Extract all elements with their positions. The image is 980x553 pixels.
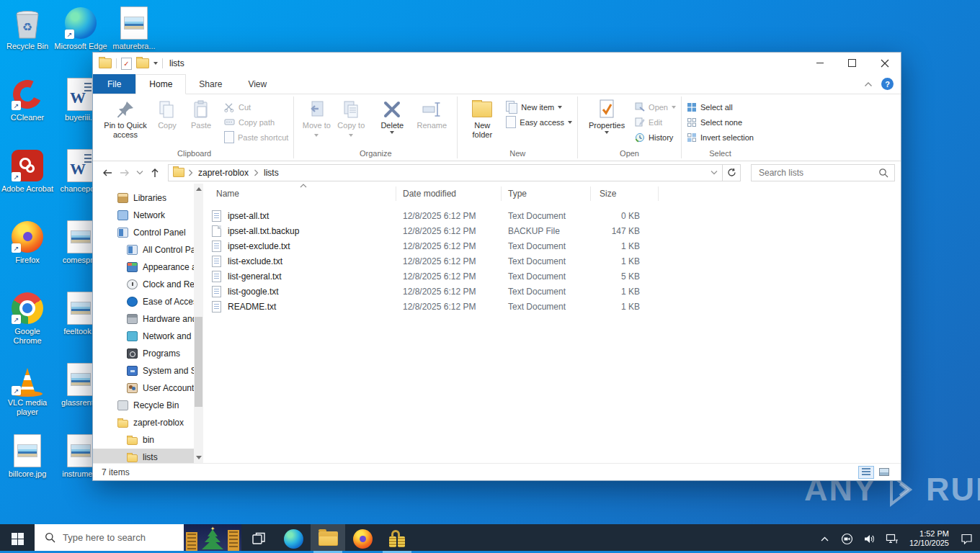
file-row[interactable]: list-google.txt 12/8/2025 6:12 PM Text D… bbox=[203, 284, 901, 299]
breadcrumb-lists[interactable]: lists bbox=[262, 168, 280, 178]
tree-item-zapret-roblox[interactable]: zapret-roblox bbox=[93, 414, 194, 431]
breadcrumb-zapret-roblox[interactable]: zapret-roblox bbox=[197, 168, 250, 178]
tree-item-all-control-panel-items[interactable]: All Control Par bbox=[93, 241, 194, 258]
start-button[interactable] bbox=[0, 524, 35, 553]
address-dropdown-button[interactable] bbox=[706, 165, 722, 181]
action-center-button[interactable] bbox=[958, 530, 974, 547]
tree-item-bin[interactable]: bin bbox=[93, 431, 194, 449]
file-row[interactable]: ipset-all.txt.backup 12/8/2025 6:12 PM B… bbox=[203, 223, 901, 238]
recent-locations-button[interactable] bbox=[133, 164, 146, 181]
properties-button[interactable]: Properties bbox=[583, 96, 631, 149]
title-bar[interactable]: lists bbox=[93, 53, 901, 74]
tree-item-user-accounts[interactable]: User Accounts bbox=[93, 379, 194, 397]
desktop-icon-adobe-acrobat[interactable]: Adobe Acrobat bbox=[1, 148, 54, 194]
scrollbar-thumb[interactable] bbox=[195, 317, 202, 407]
taskbar-lock-app-button[interactable] bbox=[380, 524, 414, 553]
tree-item-system-and-security[interactable]: System and Se bbox=[93, 362, 194, 379]
new-folder-quick-icon[interactable] bbox=[136, 58, 149, 68]
minimize-button[interactable] bbox=[803, 53, 836, 73]
tree-item-clock-and-region[interactable]: Clock and Regi bbox=[93, 276, 194, 293]
scroll-up-icon[interactable] bbox=[196, 187, 202, 191]
new-folder-button[interactable]: New folder bbox=[463, 96, 502, 149]
tree-item-programs[interactable]: Programs bbox=[93, 345, 194, 362]
desktop-icon-ccleaner[interactable]: CCleaner bbox=[1, 77, 54, 122]
select-none-button[interactable]: Select none bbox=[687, 114, 754, 130]
collapse-ribbon-icon[interactable] bbox=[864, 81, 873, 87]
tree-item-libraries[interactable]: Libraries bbox=[93, 189, 194, 207]
file-row[interactable]: list-general.txt 12/8/2025 6:12 PM Text … bbox=[203, 269, 901, 284]
tree-scrollbar[interactable] bbox=[194, 184, 203, 463]
desktop-icon-billcore[interactable]: billcore.jpg bbox=[1, 433, 54, 479]
cut-button[interactable]: Cut bbox=[224, 99, 288, 114]
move-to-button[interactable]: Move to bbox=[299, 96, 334, 149]
search-input[interactable] bbox=[757, 167, 878, 179]
thumbnails-view-button[interactable] bbox=[876, 466, 892, 479]
network-button[interactable] bbox=[884, 530, 900, 547]
tab-file[interactable]: File bbox=[93, 74, 135, 94]
desktop-icon-microsoft-edge[interactable]: Microsoft Edge bbox=[54, 6, 107, 51]
rename-button[interactable]: Rename bbox=[411, 96, 452, 149]
tree-item-ease-of-access[interactable]: Ease of Access bbox=[93, 293, 194, 310]
taskbar-clock[interactable]: 1:52 PM 12/10/2025 bbox=[906, 529, 952, 548]
taskbar-search-input[interactable] bbox=[61, 531, 172, 544]
paste-shortcut-button[interactable]: Paste shortcut bbox=[224, 130, 288, 145]
desktop-icon-recycle-bin[interactable]: ♻ Recycle Bin bbox=[1, 6, 54, 51]
address-bar[interactable]: zapret-roblox lists bbox=[168, 164, 723, 181]
tree-item-lists[interactable]: lists bbox=[93, 449, 194, 463]
volume-button[interactable] bbox=[862, 530, 878, 547]
delete-button[interactable]: Delete bbox=[373, 96, 411, 149]
tree-item-hardware[interactable]: Hardware and bbox=[93, 310, 194, 328]
file-row[interactable]: README.txt 12/8/2025 6:12 PM Text Docume… bbox=[203, 299, 901, 314]
properties-quick-icon[interactable] bbox=[121, 58, 132, 70]
easy-access-button[interactable]: Easy access bbox=[506, 114, 572, 130]
tab-home[interactable]: Home bbox=[135, 74, 186, 94]
tab-share[interactable]: Share bbox=[186, 74, 235, 94]
scroll-down-icon[interactable] bbox=[196, 456, 202, 459]
customize-toolbar-icon[interactable] bbox=[153, 62, 158, 65]
file-row[interactable]: ipset-exclude.txt 12/8/2025 6:12 PM Text… bbox=[203, 238, 901, 253]
desktop-icon-maturebra[interactable]: maturebra... bbox=[107, 6, 161, 51]
tab-view[interactable]: View bbox=[235, 74, 280, 94]
meet-now-button[interactable] bbox=[839, 530, 855, 547]
maximize-button[interactable] bbox=[836, 53, 868, 73]
show-hidden-icons-button[interactable] bbox=[817, 530, 833, 547]
close-button[interactable] bbox=[868, 53, 901, 73]
taskbar-file-explorer-button[interactable] bbox=[311, 524, 345, 553]
desktop-icon-firefox[interactable]: Firefox bbox=[1, 220, 54, 265]
search-box[interactable] bbox=[751, 164, 895, 181]
copy-button[interactable]: Copy bbox=[151, 96, 184, 149]
back-button[interactable] bbox=[99, 164, 116, 181]
taskbar-firefox-button[interactable] bbox=[345, 524, 380, 553]
tree-item-recycle-bin[interactable]: Recycle Bin bbox=[93, 397, 194, 414]
help-icon[interactable] bbox=[881, 78, 894, 90]
taskbar-search[interactable] bbox=[35, 524, 241, 551]
file-row[interactable]: list-exclude.txt 12/8/2025 6:12 PM Text … bbox=[203, 253, 901, 269]
column-header-type[interactable]: Type bbox=[502, 186, 591, 201]
tree-item-network[interactable]: Network bbox=[93, 207, 194, 224]
task-view-button[interactable] bbox=[241, 524, 276, 553]
taskbar-edge-button[interactable] bbox=[276, 524, 311, 553]
desktop-icon-google-chrome[interactable]: Google Chrome bbox=[1, 291, 54, 346]
select-all-button[interactable]: Select all bbox=[687, 99, 754, 114]
edit-button[interactable]: Edit bbox=[635, 114, 676, 130]
paste-button[interactable]: Paste bbox=[184, 96, 218, 149]
pin-to-quick-access-button[interactable]: Pin to Quick access bbox=[100, 96, 151, 149]
search-highlight-graphic[interactable] bbox=[184, 524, 241, 551]
file-row[interactable]: ipset-all.txt 12/8/2025 6:12 PM Text Doc… bbox=[203, 208, 901, 223]
tree-item-network-and-internet[interactable]: Network and Ir bbox=[93, 328, 194, 345]
open-button[interactable]: Open bbox=[635, 99, 676, 114]
column-header-name[interactable]: Name bbox=[203, 186, 396, 201]
history-button[interactable]: History bbox=[635, 130, 676, 145]
copy-to-button[interactable]: Copy to bbox=[334, 96, 368, 149]
refresh-button[interactable] bbox=[723, 164, 741, 181]
invert-selection-button[interactable]: Invert selection bbox=[687, 130, 754, 145]
new-item-button[interactable]: New item bbox=[506, 99, 572, 114]
desktop-icon-vlc[interactable]: VLC media player bbox=[1, 362, 54, 417]
tree-item-appearance[interactable]: Appearance an bbox=[93, 258, 194, 276]
details-view-button[interactable] bbox=[858, 466, 874, 479]
column-header-date-modified[interactable]: Date modified bbox=[396, 186, 502, 201]
copy-path-button[interactable]: Copy path bbox=[224, 114, 288, 130]
tree-item-control-panel[interactable]: Control Panel bbox=[93, 224, 194, 241]
up-button[interactable] bbox=[146, 164, 164, 181]
column-header-size[interactable]: Size bbox=[591, 186, 659, 201]
